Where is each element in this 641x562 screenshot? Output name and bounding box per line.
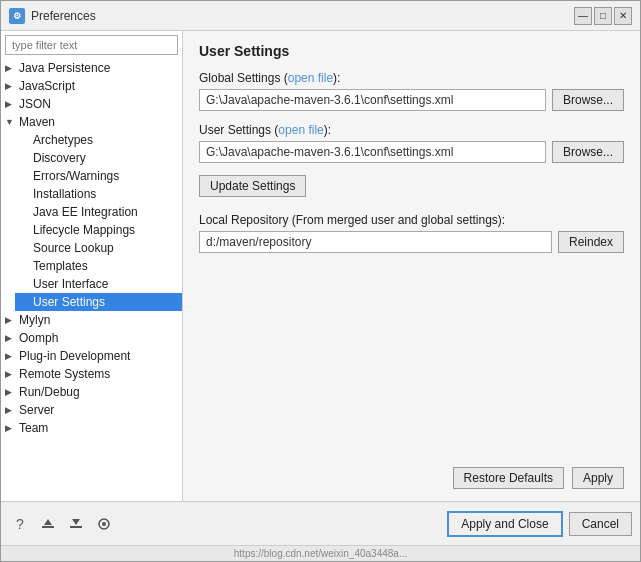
tree-arrow: ▶ [5, 315, 19, 325]
tree-item-errors-warnings[interactable]: Errors/Warnings [15, 167, 182, 185]
tree-item-lifecycle-mappings[interactable]: Lifecycle Mappings [15, 221, 182, 239]
tree-item-label: Oomph [19, 331, 58, 345]
tree-arrow: ▶ [5, 63, 19, 73]
minimize-button[interactable]: — [574, 7, 592, 25]
tree-item-label: Maven [19, 115, 55, 129]
svg-marker-1 [44, 519, 52, 525]
local-repo-input[interactable] [199, 231, 552, 253]
user-settings-input[interactable] [199, 141, 546, 163]
tree-item-label: Java Persistence [19, 61, 110, 75]
user-settings-label: User Settings (open file): [199, 123, 624, 137]
tree-item-java-ee-integration[interactable]: Java EE Integration [15, 203, 182, 221]
title-buttons: — □ ✕ [574, 7, 632, 25]
tree-item-java-persistence[interactable]: ▶ Java Persistence [1, 59, 182, 77]
svg-point-5 [102, 522, 106, 526]
content-area: ▶ Java Persistence ▶ JavaScript ▶ JSON ▼… [1, 31, 640, 501]
tree-item-server[interactable]: ▶ Server [1, 401, 182, 419]
user-settings-row: Browse... [199, 141, 624, 163]
global-settings-label: Global Settings (open file): [199, 71, 624, 85]
reindex-button[interactable]: Reindex [558, 231, 624, 253]
tree-item-oomph[interactable]: ▶ Oomph [1, 329, 182, 347]
tree-arrow: ▶ [5, 369, 19, 379]
preferences-window: ⚙ Preferences — □ ✕ ▶ Java Persistence ▶… [0, 0, 641, 562]
local-repo-row: Reindex [199, 231, 624, 253]
watermark: https://blog.cdn.net/weixin_40a3448a... [1, 545, 640, 561]
tree-item-label: Discovery [33, 151, 86, 165]
apply-and-close-button[interactable]: Apply and Close [447, 511, 562, 537]
section-title: User Settings [199, 43, 624, 59]
local-repo-label: Local Repository (From merged user and g… [199, 213, 624, 227]
tree-item-label: Mylyn [19, 313, 50, 327]
title-bar: ⚙ Preferences — □ ✕ [1, 1, 640, 31]
tree-item-label: Team [19, 421, 48, 435]
tree-item-plug-in-development[interactable]: ▶ Plug-in Development [1, 347, 182, 365]
tree-arrow: ▶ [5, 423, 19, 433]
tree-arrow: ▶ [5, 99, 19, 109]
tree-arrow: ▶ [5, 405, 19, 415]
update-settings-row: Update Settings [199, 175, 624, 197]
global-browse-button[interactable]: Browse... [552, 89, 624, 111]
tree-item-archetypes[interactable]: Archetypes [15, 131, 182, 149]
tree-item-label: Plug-in Development [19, 349, 130, 363]
export-icon[interactable] [65, 513, 87, 535]
tree-item-maven[interactable]: ▼ Maven [1, 113, 182, 131]
window-icon: ⚙ [9, 8, 25, 24]
tree-item-label: Lifecycle Mappings [33, 223, 135, 237]
tree-item-label: User Interface [33, 277, 108, 291]
tree-item-source-lookup[interactable]: Source Lookup [15, 239, 182, 257]
window-title: Preferences [31, 9, 96, 23]
cancel-button[interactable]: Cancel [569, 512, 632, 536]
svg-rect-2 [70, 526, 82, 528]
right-panel: User Settings Global Settings (open file… [183, 31, 640, 501]
filter-input[interactable] [5, 35, 178, 55]
tree-item-label: JavaScript [19, 79, 75, 93]
tree-item-remote-systems[interactable]: ▶ Remote Systems [1, 365, 182, 383]
bottom-bar: ? Apply and Close Cancel [1, 501, 640, 545]
tree-item-label: Run/Debug [19, 385, 80, 399]
tree-arrow: ▶ [5, 81, 19, 91]
user-browse-button[interactable]: Browse... [552, 141, 624, 163]
tree-arrow: ▼ [5, 117, 19, 127]
close-button[interactable]: ✕ [614, 7, 632, 25]
svg-rect-0 [42, 526, 54, 528]
tree-item-user-interface[interactable]: User Interface [15, 275, 182, 293]
global-settings-input[interactable] [199, 89, 546, 111]
tree-item-label: JSON [19, 97, 51, 111]
tree-item-label: User Settings [33, 295, 105, 309]
bottom-right-buttons: Apply and Close Cancel [447, 511, 632, 537]
svg-marker-3 [72, 519, 80, 525]
restore-defaults-button[interactable]: Restore Defaults [453, 467, 564, 489]
tree-arrow: ▶ [5, 387, 19, 397]
tree-item-team[interactable]: ▶ Team [1, 419, 182, 437]
bottom-icons: ? [9, 513, 115, 535]
tree-item-installations[interactable]: Installations [15, 185, 182, 203]
tree-item-label: Errors/Warnings [33, 169, 119, 183]
tree-arrow: ▶ [5, 333, 19, 343]
tree-item-run-debug[interactable]: ▶ Run/Debug [1, 383, 182, 401]
title-bar-left: ⚙ Preferences [9, 8, 96, 24]
global-settings-link[interactable]: open file [288, 71, 333, 85]
apply-button[interactable]: Apply [572, 467, 624, 489]
help-icon[interactable]: ? [9, 513, 31, 535]
tree-item-templates[interactable]: Templates [15, 257, 182, 275]
tree-item-mylyn[interactable]: ▶ Mylyn [1, 311, 182, 329]
maximize-button[interactable]: □ [594, 7, 612, 25]
tree-item-label: Java EE Integration [33, 205, 138, 219]
import-icon[interactable] [37, 513, 59, 535]
user-settings-link[interactable]: open file [278, 123, 323, 137]
preferences-icon[interactable] [93, 513, 115, 535]
right-panel-bottom-buttons: Restore Defaults Apply [199, 467, 624, 489]
update-settings-button[interactable]: Update Settings [199, 175, 306, 197]
tree-item-discovery[interactable]: Discovery [15, 149, 182, 167]
tree-item-label: Source Lookup [33, 241, 114, 255]
tree-area: ▶ Java Persistence ▶ JavaScript ▶ JSON ▼… [1, 59, 182, 501]
tree-item-label: Installations [33, 187, 96, 201]
tree-item-label: Server [19, 403, 54, 417]
tree-arrow: ▶ [5, 351, 19, 361]
tree-item-javascript[interactable]: ▶ JavaScript [1, 77, 182, 95]
tree-item-user-settings[interactable]: User Settings [15, 293, 182, 311]
global-settings-row: Browse... [199, 89, 624, 111]
tree-item-json[interactable]: ▶ JSON [1, 95, 182, 113]
tree-item-label: Templates [33, 259, 88, 273]
left-panel: ▶ Java Persistence ▶ JavaScript ▶ JSON ▼… [1, 31, 183, 501]
